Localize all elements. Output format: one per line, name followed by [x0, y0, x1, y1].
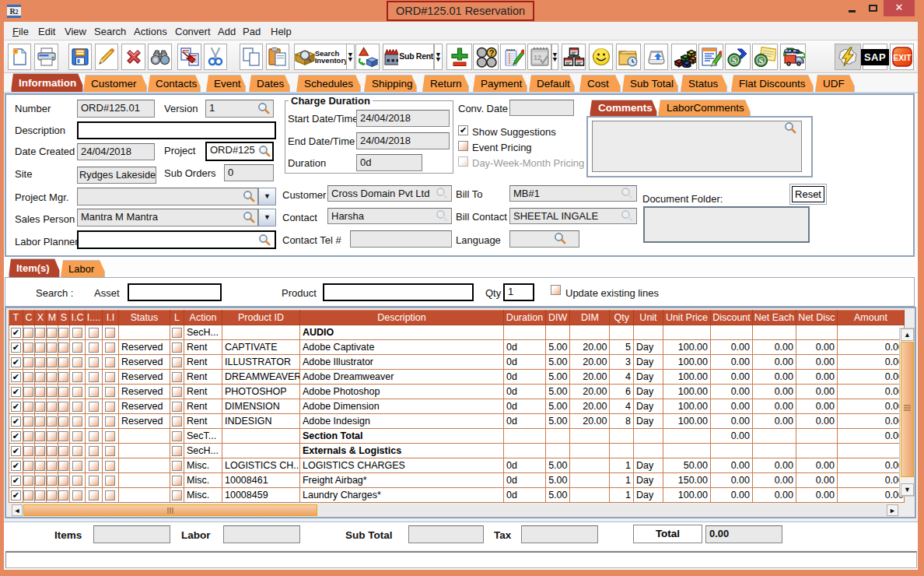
svg-text:EXIT: EXIT [893, 53, 912, 62]
svg-text:S: S [731, 55, 736, 65]
svg-text:S: S [758, 56, 763, 65]
svg-text:?: ? [488, 48, 494, 58]
